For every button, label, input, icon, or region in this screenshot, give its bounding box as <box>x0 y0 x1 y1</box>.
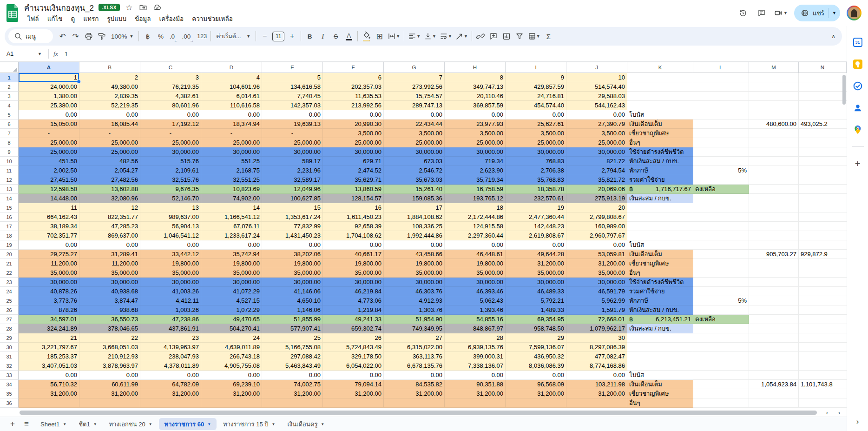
cell-I29[interactable]: 29 <box>506 333 566 343</box>
cell-E11[interactable]: 2,231.96 <box>262 166 323 175</box>
cell-K25[interactable]: หักภาษี <box>627 296 693 305</box>
cell-N13[interactable] <box>799 185 847 194</box>
cell-I17[interactable]: 142,448.23 <box>506 222 566 231</box>
cell-E4[interactable]: 142,357.03 <box>262 101 323 110</box>
cell-G25[interactable]: 4,912.93 <box>384 296 445 305</box>
meet-caret-icon[interactable]: ▼ <box>783 11 788 15</box>
cell-K20[interactable]: เงินเดือนเต็ม <box>627 250 693 259</box>
cell-B13[interactable]: 13,602.88 <box>79 185 140 194</box>
cell-G27[interactable]: 51,954.90 <box>384 315 445 324</box>
cell-N14[interactable] <box>799 194 847 203</box>
cell-D16[interactable]: 1,166,541.12 <box>201 212 262 222</box>
cell-L11[interactable]: 5% <box>693 166 749 175</box>
cell-E19[interactable]: 0.00 <box>262 240 323 250</box>
cell-G19[interactable]: 0.00 <box>384 240 445 250</box>
cell-K35[interactable]: เชี่ยวชาญพิเศษ <box>627 389 693 398</box>
cell-I2[interactable]: 429,857.59 <box>506 82 566 92</box>
cell-H3[interactable]: 20,110.46 <box>445 92 506 101</box>
cell-G10[interactable]: 673.03 <box>384 157 445 166</box>
cell-G26[interactable]: 1,303.76 <box>384 305 445 315</box>
cell-B21[interactable]: 11,200.00 <box>79 259 140 268</box>
fill-color-button[interactable] <box>360 30 373 43</box>
cell-M4[interactable] <box>749 101 799 110</box>
cell-M23[interactable] <box>749 278 799 287</box>
cell-A26[interactable]: 878.26 <box>19 305 79 315</box>
cell-F14[interactable]: 128,154.57 <box>323 194 384 203</box>
cell-H1[interactable]: 8 <box>445 73 506 82</box>
cell-C4[interactable]: 80,601.96 <box>140 101 201 110</box>
cell-I6[interactable]: 25,627.61 <box>506 119 566 129</box>
cell-K13[interactable]: ฿1,716,717.67 <box>627 185 693 194</box>
cell-B4[interactable]: 52,219.35 <box>79 101 140 110</box>
cell-M18[interactable] <box>749 231 799 240</box>
cell-K4[interactable] <box>627 101 693 110</box>
cell-F28[interactable]: 659,302.74 <box>323 324 384 333</box>
cell-K33[interactable]: โบนัส <box>627 371 693 380</box>
cell-H31[interactable]: 399,000.31 <box>445 352 506 361</box>
cell-E5[interactable]: 0.00 <box>262 110 323 119</box>
cell-C14[interactable]: 52,146.70 <box>140 194 201 203</box>
menu-ดู[interactable]: ดู <box>68 13 79 25</box>
tasks-icon[interactable] <box>853 81 863 91</box>
row-header-35[interactable]: 35 <box>0 389 19 398</box>
cell-N33[interactable] <box>799 371 847 380</box>
cell-H11[interactable]: 2,623.90 <box>445 166 506 175</box>
cell-L34[interactable] <box>693 380 749 389</box>
cell-E17[interactable]: 77,832.99 <box>262 222 323 231</box>
cell-J23[interactable]: 30,000.00 <box>566 278 627 287</box>
cell-K2[interactable] <box>627 82 693 92</box>
menu-เครื่องมือ[interactable]: เครื่องมือ <box>156 13 187 25</box>
cell-A25[interactable]: 3,773.76 <box>19 296 79 305</box>
cell-N29[interactable] <box>799 333 847 343</box>
cell-J20[interactable]: 53,059.81 <box>566 250 627 259</box>
cell-M11[interactable] <box>749 166 799 175</box>
cell-A20[interactable]: 29,275.27 <box>19 250 79 259</box>
cell-C30[interactable]: 4,139,963.97 <box>140 343 201 352</box>
cell-J30[interactable]: 8,297,086.39 <box>566 343 627 352</box>
cell-D11[interactable]: 2,168.75 <box>201 166 262 175</box>
name-box[interactable]: A1 ▼ <box>7 51 46 57</box>
cell-H36[interactable] <box>445 398 506 408</box>
cell-J27[interactable]: 72,668.01 <box>566 315 627 324</box>
row-header-8[interactable]: 8 <box>0 138 19 147</box>
cell-H33[interactable]: 0.00 <box>445 371 506 380</box>
cell-L22[interactable] <box>693 268 749 278</box>
sheet-tab-Sheet1[interactable]: Sheet1▼ <box>35 418 72 430</box>
cell-E28[interactable]: 577,907.41 <box>262 324 323 333</box>
cell-I12[interactable]: 35,768.83 <box>506 175 566 185</box>
sheet-tab-ทางเอกชน 20[interactable]: ทางเอกชน 20▼ <box>104 418 158 430</box>
cell-C31[interactable]: 238,047.93 <box>140 352 201 361</box>
cell-I11[interactable]: 2,706.38 <box>506 166 566 175</box>
cell-G30[interactable]: 6,315,022.00 <box>384 343 445 352</box>
cell-G35[interactable]: 31,200.00 <box>384 389 445 398</box>
cell-B10[interactable]: 482.56 <box>79 157 140 166</box>
italic-button[interactable]: I <box>316 30 329 43</box>
cell-J6[interactable]: 27,390.79 <box>566 119 627 129</box>
cell-A28[interactable]: 324,241.89 <box>19 324 79 333</box>
cell-J17[interactable]: 160,989.00 <box>566 222 627 231</box>
cell-L24[interactable] <box>693 287 749 296</box>
cell-B17[interactable]: 47,285.23 <box>79 222 140 231</box>
cloud-status-icon[interactable] <box>152 3 162 12</box>
row-header-9[interactable]: 9 <box>0 147 19 157</box>
cell-B19[interactable]: 0.00 <box>79 240 140 250</box>
cell-B27[interactable]: 36,550.73 <box>79 315 140 324</box>
cell-M5[interactable] <box>749 110 799 119</box>
cell-N28[interactable] <box>799 324 847 333</box>
cell-D29[interactable]: 24 <box>201 333 262 343</box>
cell-E30[interactable]: 5,166,755.08 <box>262 343 323 352</box>
cell-E25[interactable]: 4,650.10 <box>262 296 323 305</box>
cell-E14[interactable]: 100,627.85 <box>262 194 323 203</box>
cell-C21[interactable]: 19,800.00 <box>140 259 201 268</box>
cell-H23[interactable]: 30,000.00 <box>445 278 506 287</box>
cell-E33[interactable]: 0.00 <box>262 371 323 380</box>
cell-H26[interactable]: 1,393.46 <box>445 305 506 315</box>
cell-L6[interactable] <box>693 119 749 129</box>
cell-C25[interactable]: 4,412.11 <box>140 296 201 305</box>
cell-M30[interactable] <box>749 343 799 352</box>
cell-N20[interactable]: 929,872.9 <box>799 250 847 259</box>
cell-N6[interactable]: 493,025.2 <box>799 119 847 129</box>
cell-E20[interactable]: 38,202.06 <box>262 250 323 259</box>
cell-C36[interactable] <box>140 398 201 408</box>
cell-L23[interactable] <box>693 278 749 287</box>
